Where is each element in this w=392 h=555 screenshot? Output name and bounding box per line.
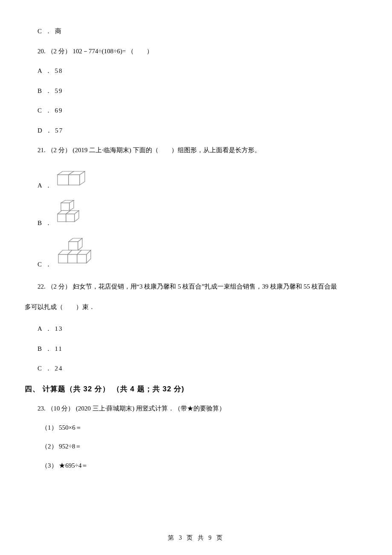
q20-stem: 20. （2 分） 102－774÷(108÷6)= （ ）: [25, 46, 367, 56]
q21-option-a: A ．: [25, 165, 367, 191]
q22-stem-line1: 22. （2 分） 妇女节，花店促销，用“3 枝康乃馨和 5 枝百合”扎成一束组…: [25, 280, 367, 294]
svg-rect-0: [58, 175, 69, 185]
q23-sub-2: （2） 952÷8＝: [25, 442, 367, 451]
svg-rect-7: [68, 254, 77, 263]
q20-option-c: C ． 69: [25, 106, 367, 116]
q21-option-c-label: C ．: [37, 260, 52, 269]
q22-option-c: C ． 24: [25, 364, 367, 373]
svg-rect-3: [58, 214, 66, 222]
page-content: C ． 商 20. （2 分） 102－774÷(108÷6)= （ ） A ．…: [0, 0, 392, 470]
page-footer: 第 3 页 共 9 页: [0, 533, 392, 542]
q23-sub-3: （3） ★695÷4＝: [25, 461, 367, 471]
q22-option-b: B ． 11: [25, 344, 367, 354]
svg-rect-8: [77, 254, 86, 263]
q20-option-d: D ． 57: [25, 126, 367, 136]
q19-option-c: C ． 商: [25, 26, 367, 36]
q23-sub-1: （1） 550×6＝: [25, 423, 367, 433]
svg-rect-1: [69, 175, 80, 185]
q22-stem-line2: 多可以扎成（ ）束．: [25, 301, 367, 314]
section-4-heading: 四、 计算题（共 32 分） （共 4 题；共 32 分): [25, 384, 367, 395]
cubes-1x2-icon: [55, 165, 89, 191]
q20-option-a: A ． 58: [25, 66, 367, 76]
q20-option-b: B ． 59: [25, 86, 367, 96]
q23-stem: 23. （10 分） (2020 三上·薛城期末) 用竖式计算．（带★的要验算）: [25, 404, 367, 413]
q22-stem: 22. （2 分） 妇女节，花店促销，用“3 枝康乃馨和 5 枝百合”扎成一束组…: [25, 280, 367, 314]
q22-option-a: A ． 13: [25, 324, 367, 334]
svg-rect-6: [58, 254, 68, 263]
q21-option-a-label: A ．: [37, 181, 52, 191]
cubes-t-shape-icon: [55, 237, 98, 269]
svg-rect-4: [66, 214, 75, 222]
q21-option-c: C ．: [25, 237, 367, 269]
svg-rect-5: [69, 242, 78, 250]
q21-option-b-label: B ．: [37, 218, 52, 228]
q21-option-b: B ．: [25, 199, 367, 228]
cubes-l-shape-icon: [55, 199, 86, 228]
q21-stem: 21. （2 分） (2019 二上·临海期末) 下面的（ ）组图形，从上面看是…: [25, 145, 367, 155]
svg-rect-2: [61, 203, 69, 211]
